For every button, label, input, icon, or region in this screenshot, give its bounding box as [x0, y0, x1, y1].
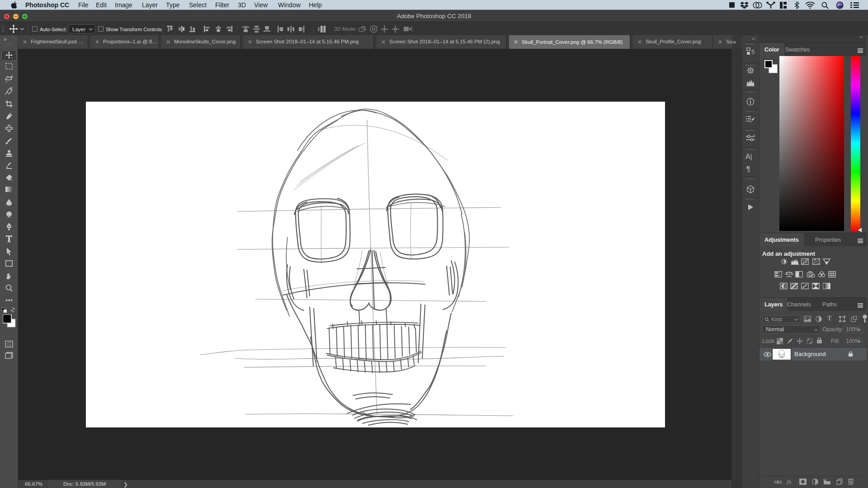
svg-text:5: 5 [751, 48, 755, 55]
